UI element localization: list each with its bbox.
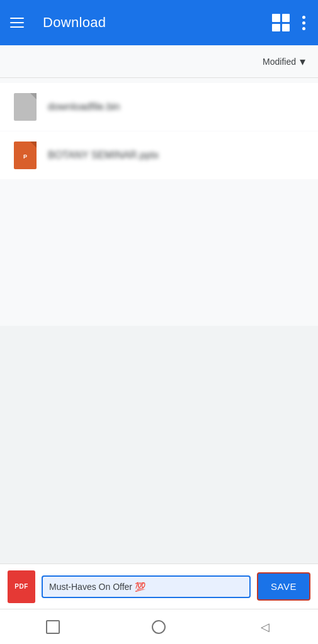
generic-file-shape xyxy=(14,93,37,121)
sort-chevron-icon[interactable]: ▾ xyxy=(300,56,305,67)
pptx-file-shape: P xyxy=(14,142,37,169)
filename-input[interactable] xyxy=(42,575,251,598)
file-icon-generic xyxy=(13,92,38,122)
grid-view-icon[interactable] xyxy=(272,14,290,31)
sort-bar: Modified ▾ xyxy=(0,45,318,78)
sort-label[interactable]: Modified xyxy=(263,57,296,67)
pdf-thumbnail-icon: PDF xyxy=(8,570,35,603)
android-nav-bar xyxy=(0,609,318,644)
list-item[interactable]: P BOTANY SEMINAR.pptx xyxy=(0,131,318,179)
back-nav-icon[interactable] xyxy=(256,618,274,636)
more-options-icon[interactable] xyxy=(300,13,308,33)
file-list: downloadfile.bin P BOTANY SEMINAR.pptx xyxy=(0,78,318,326)
top-bar: Download xyxy=(0,0,318,45)
page-title: Download xyxy=(43,14,272,31)
pdf-label: PDF xyxy=(14,583,28,590)
back-arrow-icon xyxy=(258,620,272,634)
list-item[interactable]: downloadfile.bin xyxy=(0,83,318,131)
home-nav-icon[interactable] xyxy=(150,618,168,636)
pptx-file-label: P xyxy=(23,153,27,160)
file-name: downloadfile.bin xyxy=(48,101,120,113)
menu-icon[interactable] xyxy=(10,11,33,34)
file-name: BOTANY SEMINAR.pptx xyxy=(48,150,159,161)
empty-area xyxy=(0,326,318,564)
square-icon xyxy=(46,620,60,634)
recents-nav-icon[interactable] xyxy=(44,618,62,636)
file-icon-pptx: P xyxy=(13,140,38,170)
save-bar: PDF SAVE xyxy=(0,564,318,609)
circle-icon xyxy=(152,620,166,634)
save-button[interactable]: SAVE xyxy=(257,572,310,601)
top-bar-actions xyxy=(272,13,308,33)
